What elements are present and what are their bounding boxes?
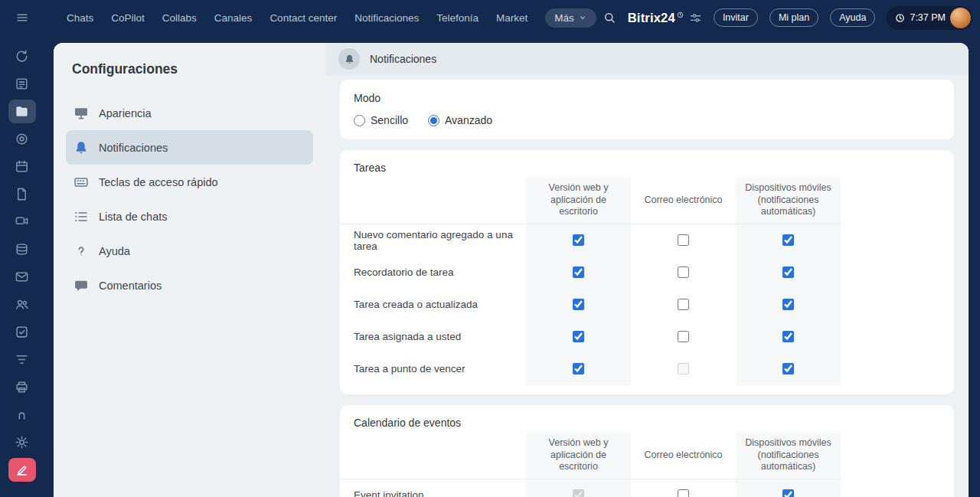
rail-printer-icon[interactable] xyxy=(8,375,36,399)
rail-people-icon[interactable] xyxy=(8,293,36,316)
checkbox-recordatorio-de-tarea-1[interactable] xyxy=(678,266,689,278)
row-label: Event invitation xyxy=(340,479,526,497)
notification-table: Versión web y aplicación de escritorioCo… xyxy=(340,432,954,497)
invitar-button[interactable]: Invitar xyxy=(714,8,758,27)
checkbox-tarea-creada-o-actualizada-1[interactable] xyxy=(678,299,689,310)
table-row: Tarea asignada a usted xyxy=(340,321,954,353)
main-area: Configuraciones AparienciaNotificaciones… xyxy=(0,35,980,497)
mode-option-avanzado[interactable]: Avanzado xyxy=(428,114,492,126)
question-icon xyxy=(74,244,89,259)
checkbox-tarea-asignada-a-usted-0[interactable] xyxy=(573,331,584,342)
checkbox-tarea-a-punto-de-vencer-0[interactable] xyxy=(573,363,584,374)
checkbox-recordatorio-de-tarea-0[interactable] xyxy=(573,266,584,278)
topnav-chats[interactable]: Chats xyxy=(67,12,93,24)
topnav-label: Notificaciones xyxy=(354,12,419,24)
rail-drive-icon[interactable] xyxy=(8,237,36,261)
content-scroll[interactable]: Modo SencilloAvanzado TareasVersión web … xyxy=(325,75,969,497)
checkbox-tarea-creada-o-actualizada-0[interactable] xyxy=(573,299,584,310)
rail-sync-icon[interactable] xyxy=(8,44,36,68)
checkbox-nuevo-comentario-agregado-a-una-tarea-0[interactable] xyxy=(573,234,584,246)
settings-item-ayuda[interactable]: Ayuda xyxy=(66,234,313,268)
rail-funnel-icon[interactable] xyxy=(8,348,36,371)
spacer xyxy=(841,479,954,497)
brand-text: Bitrix24 xyxy=(628,11,675,25)
checkbox-tarea-a-punto-de-vencer-2[interactable] xyxy=(782,363,794,374)
user-avatar[interactable] xyxy=(950,8,971,28)
brand-badge-icon xyxy=(677,11,684,18)
checkbox-tarea-asignada-a-usted-1[interactable] xyxy=(678,331,689,342)
checkbox-cell xyxy=(736,257,841,289)
header-badge xyxy=(338,48,360,70)
checkbox-cell xyxy=(631,353,736,385)
settings-item-apariencia[interactable]: Apariencia xyxy=(66,96,313,130)
rail-inbox-icon[interactable] xyxy=(8,403,36,427)
settings-item-teclas-de-acceso-rapido[interactable]: Teclas de acceso rápido xyxy=(66,165,313,199)
settings-item-label: Apariencia xyxy=(99,107,152,119)
settings-item-notificaciones[interactable]: Notificaciones xyxy=(66,130,313,165)
topnav-label: Contact center xyxy=(270,12,337,24)
checkbox-cell xyxy=(631,257,736,289)
topnav-collabs[interactable]: Collabs xyxy=(162,12,197,24)
topnav-label: Telefonía xyxy=(436,12,479,24)
checkbox-cell xyxy=(736,479,841,497)
checkbox-cell xyxy=(631,479,736,497)
brand-logo: Bitrix24 xyxy=(628,11,684,25)
topnav-copilot[interactable]: CoPilot xyxy=(111,12,145,24)
topnav-contact-center[interactable]: Contact center xyxy=(270,12,337,24)
clock-icon xyxy=(895,13,905,23)
mode-radio-sencillo[interactable] xyxy=(354,115,365,126)
topnav-mas[interactable]: Más xyxy=(545,8,596,28)
work-time-widget[interactable]: 7:37 PM xyxy=(887,6,972,30)
checkbox-event-invitation-2[interactable] xyxy=(782,489,794,497)
main-menu-toggle[interactable] xyxy=(0,11,44,25)
checkbox-recordatorio-de-tarea-2[interactable] xyxy=(782,266,794,278)
checkbox-tarea-creada-o-actualizada-2[interactable] xyxy=(782,299,794,310)
row-label: Tarea a punto de vencer xyxy=(340,353,526,385)
hamburger-icon xyxy=(15,11,29,25)
mode-option-sencillo[interactable]: Sencillo xyxy=(354,114,408,126)
rail-gear-icon[interactable] xyxy=(8,430,36,454)
mi-plan-button[interactable]: Mi plan xyxy=(769,8,818,27)
topnav-notificaciones[interactable]: Notificaciones xyxy=(354,12,419,24)
spacer xyxy=(841,289,954,321)
settings-panel: Configuraciones AparienciaNotificaciones… xyxy=(54,43,969,497)
rail-video-icon[interactable] xyxy=(8,210,36,234)
column-header: Correo electrónico xyxy=(631,432,736,479)
ayuda-button[interactable]: Ayuda xyxy=(830,8,875,27)
checkbox-nuevo-comentario-agregado-a-una-tarea-2[interactable] xyxy=(782,234,794,246)
topnav-canales[interactable]: Canales xyxy=(214,12,253,24)
rail-doc-icon[interactable] xyxy=(8,182,36,206)
settings-item-comentarios[interactable]: Comentarios xyxy=(66,268,313,302)
column-header: Dispositivos móviles (notificaciones aut… xyxy=(736,177,841,224)
spacer xyxy=(841,257,954,289)
settings-content: Notificaciones Modo SencilloAvanzado Tar… xyxy=(325,43,969,497)
checkbox-cell xyxy=(526,321,631,353)
rail-task-icon[interactable] xyxy=(8,320,36,344)
rail-folder-icon[interactable] xyxy=(8,100,36,123)
topnav-telefonia[interactable]: Telefonía xyxy=(436,12,479,24)
settings-nav: Configuraciones AparienciaNotificaciones… xyxy=(54,43,325,497)
mode-options: SencilloAvanzado xyxy=(354,114,940,126)
rail-esign-icon[interactable] xyxy=(8,458,36,482)
checkbox-tarea-asignada-a-usted-2[interactable] xyxy=(782,331,794,342)
settings-item-lista-de-chats[interactable]: Lista de chats xyxy=(66,199,313,234)
brand-wrap: Bitrix24 xyxy=(628,11,702,25)
rail-mail-icon[interactable] xyxy=(8,265,36,289)
equalizer-icon[interactable] xyxy=(689,11,702,25)
rail-target-icon[interactable] xyxy=(8,127,36,151)
column-header: Versión web y aplicación de escritorio xyxy=(526,177,631,224)
table-row: Nuevo comentario agregado a una tarea xyxy=(340,224,954,257)
topnav-label: Chats xyxy=(67,12,93,24)
section-calendario-de-eventos: Calendario de eventosVersión web y aplic… xyxy=(340,405,954,497)
table-row: Tarea a punto de vencer xyxy=(340,353,954,385)
rail-calendar-icon[interactable] xyxy=(8,155,36,178)
checkbox-nuevo-comentario-agregado-a-una-tarea-1[interactable] xyxy=(678,234,689,246)
rail-feed-icon[interactable] xyxy=(8,72,36,96)
topnav-label: Market xyxy=(496,12,528,24)
table-row: Tarea creada o actualizada xyxy=(340,289,954,321)
checkbox-event-invitation-1[interactable] xyxy=(678,489,689,497)
topnav-market[interactable]: Market xyxy=(496,12,528,24)
search-icon[interactable] xyxy=(603,11,616,25)
mode-radio-avanzado[interactable] xyxy=(428,115,439,126)
section-title: Tareas xyxy=(340,162,954,174)
